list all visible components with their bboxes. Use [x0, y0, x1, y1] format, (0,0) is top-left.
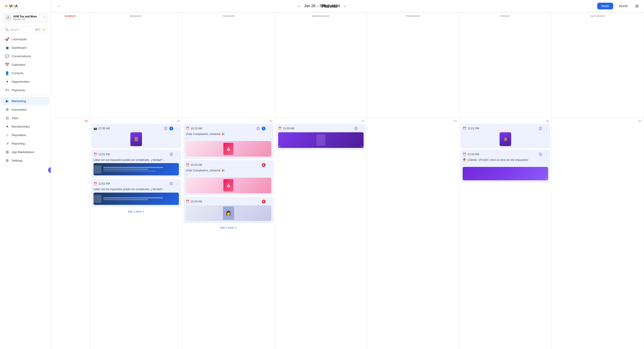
see-more-button[interactable]: See 1 more ∨ [184, 225, 273, 231]
post-avatars: AVM f [163, 126, 174, 131]
clock-icon: ⏰ [278, 127, 282, 130]
dashboard-icon: ▣ [5, 45, 10, 50]
contacts-icon: 👤 [5, 71, 10, 75]
main-content: ← Planner ‹ Jan 28 – Feb 3, 2024 › Week … [51, 0, 644, 349]
sidebar-item-launchpad[interactable]: 🚀 Launchpad [1, 35, 50, 43]
post-menu-button[interactable]: ⋮ [176, 182, 179, 185]
logo-area: VI V A WEB MARKETING [0, 0, 51, 11]
post-text: ¡Feliz Cumpleaños, Johanna! 🎉... [186, 169, 271, 176]
post-time: 10:23 AM [191, 163, 202, 166]
friday-header: FRIDAY [459, 12, 552, 117]
sidebar-item-conversations[interactable]: 💬 Conversations [1, 52, 50, 60]
sunday-date: 28 [52, 119, 88, 123]
post-time: 12:01 PM [98, 182, 110, 185]
account-selector[interactable]: A AVM Tax and More Henrico, VA ⌃ [3, 12, 48, 23]
launchpad-icon: 🚀 [5, 37, 10, 41]
sidebar-item-dashboard[interactable]: ▣ Dashboard [1, 43, 50, 52]
post-card[interactable]: ⏰ 12:01 PM AVM ⋮ Lidiar con los impuesto… [92, 179, 181, 207]
sidebar-label-app-marketplace: App Marketplace [12, 150, 34, 154]
settings-icon: ⚙ [5, 158, 10, 163]
post-time: 10:23 AM [191, 127, 202, 130]
sidebar-item-reputation[interactable]: ☆ Reputation [1, 131, 50, 139]
avatar-avm: AVM [163, 126, 168, 131]
post-menu-button[interactable]: ⋮ [268, 127, 271, 130]
clock-icon: ⏰ [186, 127, 190, 130]
prev-week-button[interactable]: ‹ [297, 3, 301, 9]
post-avatars: AVM [538, 152, 543, 157]
sidebar-item-app-marketplace[interactable]: ⊞ App Marketplace [1, 148, 50, 156]
clock-icon: ⏰ [94, 153, 97, 156]
view-toggle: Week Month ⊞ [597, 3, 639, 9]
screen-icon: ⊟ [510, 144, 511, 146]
screen-icon: ⊟ [361, 145, 362, 147]
sites-icon: ⊟ [5, 116, 10, 120]
avatar-fb: f [261, 126, 266, 131]
tuesday-header: TUESDAY [182, 12, 275, 117]
post-menu-button[interactable]: ⋮ [545, 153, 548, 156]
clock-icon: ⏰ [186, 163, 190, 167]
sidebar-item-settings[interactable]: ⚙ Settings [1, 156, 50, 165]
calendar-container: SUNDAY MONDAY TUESDAY WEDNESDAY THURSDAY… [51, 12, 644, 349]
bolt-icon: ⚡ [42, 28, 46, 31]
post-card[interactable]: ⏰ 10:23 AM ◉ ⋮ ¡Feliz Cumpleaños, Johann… [184, 160, 273, 195]
post-time: 11:00 AM [283, 127, 294, 130]
sidebar-label-settings: Settings [12, 159, 22, 162]
marketing-icon: ▶ [5, 99, 10, 103]
post-menu-button[interactable]: ⋮ [176, 127, 179, 130]
chevron-down-icon: ∨ [142, 210, 144, 213]
video-icon: ▶ [279, 145, 281, 147]
back-button[interactable]: ← [56, 3, 62, 9]
post-avatars: AVM f [256, 126, 266, 131]
sidebar-item-payments[interactable]: 🏷 Payments [1, 86, 50, 94]
post-menu-button[interactable]: ⋮ [176, 153, 179, 156]
post-card[interactable]: ⏰ 10:23 AM AVM f ⋮ ¡Feliz Cumpleaños, Jo… [184, 124, 273, 159]
post-card[interactable]: ⏰ 12:01 PM AVM ⋮ Lidiar con los impuesto… [92, 150, 181, 178]
post-menu-button[interactable]: ⋮ [545, 127, 548, 130]
wednesday-header: WEDNESDAY [275, 12, 367, 117]
avatar-avm: AVM [538, 152, 543, 157]
grid-view-icon[interactable]: ⊞ [635, 3, 639, 8]
month-view-button[interactable]: Month [615, 3, 632, 9]
screen-icon: ⊞ [268, 154, 270, 156]
monday-column: 29 📷 07:35 AM AVM f ⋮ 📒 [90, 117, 182, 349]
thursday-date: 01 [368, 119, 458, 123]
search-bar[interactable]: 🔍 Search ⌘ K ⚡ [3, 26, 48, 33]
saturday-header: SATURDAY [552, 12, 644, 117]
avatar-avm: AVM [256, 126, 260, 131]
sidebar-item-reporting[interactable]: ↗ Reporting [1, 139, 50, 148]
next-week-button[interactable]: › [343, 3, 347, 9]
top-bar: ← Planner ‹ Jan 28 – Feb 3, 2024 › Week … [51, 0, 644, 12]
sidebar-item-opportunities[interactable]: ✦ Opportunities [1, 77, 50, 86]
see-more-button[interactable]: See 1 more ∨ [92, 209, 181, 215]
post-card[interactable]: ⏰ 11:00 AM AVM ⋮ ▶ ⊟ [276, 124, 366, 150]
post-menu-button[interactable]: ⋮ [268, 163, 271, 167]
monday-date: 29 [92, 119, 181, 123]
sidebar-collapse-button[interactable]: ‹ [48, 167, 51, 173]
sidebar-item-memberships[interactable]: ✦ Memberships [1, 122, 50, 131]
sidebar-item-sites[interactable]: ⊟ Sites [1, 114, 50, 122]
sidebar-label-marketing: Marketing [12, 99, 26, 103]
sidebar-label-payments: Payments [12, 88, 25, 92]
post-text: Lidiar con los impuestos puede ser compl… [94, 187, 179, 191]
post-card[interactable]: 📷 07:35 AM AVM f ⋮ 📒 [92, 124, 181, 148]
post-avatars: ◉ [261, 162, 266, 167]
post-card[interactable]: ⏰ 07:00 PM AVM ⋮ 🧑‍💼 | Cliente: ¡AYUDA! … [461, 150, 550, 183]
see-more-label: See 1 more [128, 210, 142, 213]
sidebar-item-automation[interactable]: ⚙ Automation [1, 105, 50, 114]
sidebar-label-dashboard: Dashboard [12, 46, 26, 49]
post-card[interactable]: ⏰ 10:29 AM ◉ ⋮ 👩 [184, 197, 273, 223]
chevron-down-icon: ∨ [235, 226, 237, 229]
post-menu-button[interactable]: ⋮ [360, 127, 364, 130]
post-card[interactable]: ⏰ 12:01 PM AVM ⋮ 📒 ⊟ [461, 124, 550, 148]
clock-icon: ⏰ [94, 182, 97, 185]
post-avatars: AVM [354, 126, 358, 131]
sunday-column: 28 [51, 117, 90, 349]
week-view-button[interactable]: Week [597, 3, 613, 9]
sidebar-item-contacts[interactable]: 👤 Contacts [1, 69, 50, 77]
sidebar-label-contacts: Contacts [12, 71, 24, 75]
sidebar-item-calendars[interactable]: 📅 Calendars [1, 60, 50, 69]
week-range-label: Jan 28 – Feb 3, 2024 [304, 4, 340, 8]
conversations-icon: 💬 [5, 54, 10, 58]
post-menu-button[interactable]: ⋮ [268, 200, 271, 203]
sidebar-item-marketing[interactable]: ▶ Marketing [1, 97, 50, 105]
